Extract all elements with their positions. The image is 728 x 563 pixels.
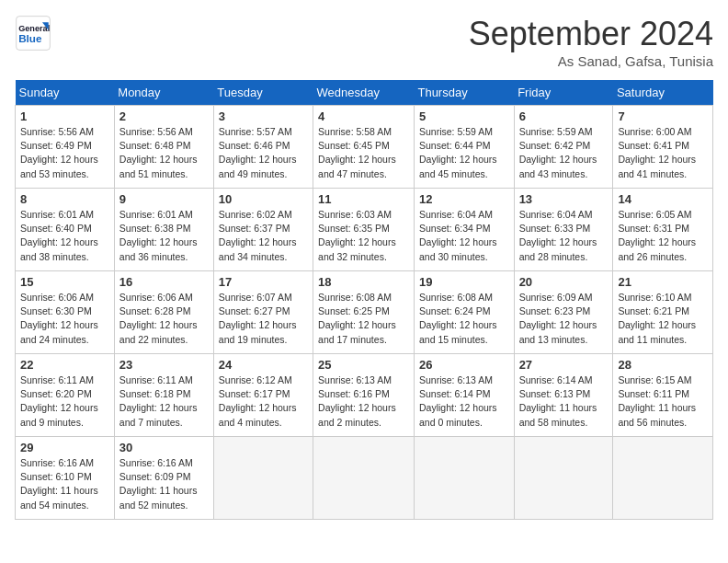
calendar-cell: 11Sunrise: 6:03 AMSunset: 6:35 PMDayligh… bbox=[313, 189, 415, 271]
calendar-cell: 13Sunrise: 6:04 AMSunset: 6:33 PMDayligh… bbox=[514, 189, 613, 271]
day-detail: Sunrise: 6:10 AMSunset: 6:21 PMDaylight:… bbox=[618, 291, 708, 347]
calendar-cell: 2Sunrise: 5:56 AMSunset: 6:48 PMDaylight… bbox=[114, 106, 213, 189]
weekday-header-sunday: Sunday bbox=[16, 80, 115, 106]
day-detail: Sunrise: 6:13 AMSunset: 6:16 PMDaylight:… bbox=[318, 373, 409, 430]
calendar-cell: 9Sunrise: 6:01 AMSunset: 6:38 PMDaylight… bbox=[114, 189, 213, 271]
day-number: 14 bbox=[618, 192, 708, 206]
day-number: 1 bbox=[20, 109, 109, 123]
day-number: 26 bbox=[419, 358, 509, 372]
day-number: 20 bbox=[519, 275, 609, 289]
day-number: 18 bbox=[318, 275, 409, 289]
day-detail: Sunrise: 6:11 AMSunset: 6:20 PMDaylight:… bbox=[20, 373, 109, 430]
day-detail: Sunrise: 6:16 AMSunset: 6:10 PMDaylight:… bbox=[20, 456, 109, 512]
day-number: 16 bbox=[119, 275, 209, 289]
calendar-week-5: 29Sunrise: 6:16 AMSunset: 6:10 PMDayligh… bbox=[16, 437, 713, 520]
day-detail: Sunrise: 6:12 AMSunset: 6:17 PMDaylight:… bbox=[219, 373, 308, 430]
day-detail: Sunrise: 5:59 AMSunset: 6:42 PMDaylight:… bbox=[519, 125, 609, 181]
day-detail: Sunrise: 6:04 AMSunset: 6:34 PMDaylight:… bbox=[419, 208, 509, 264]
calendar-cell: 8Sunrise: 6:01 AMSunset: 6:40 PMDaylight… bbox=[16, 189, 115, 271]
calendar-cell: 16Sunrise: 6:06 AMSunset: 6:28 PMDayligh… bbox=[114, 271, 213, 354]
day-number: 29 bbox=[20, 441, 109, 454]
calendar-cell: 7Sunrise: 6:00 AMSunset: 6:41 PMDaylight… bbox=[613, 106, 713, 189]
calendar-cell: 21Sunrise: 6:10 AMSunset: 6:21 PMDayligh… bbox=[613, 271, 713, 354]
calendar-cell: 22Sunrise: 6:11 AMSunset: 6:20 PMDayligh… bbox=[16, 354, 115, 437]
day-number: 27 bbox=[519, 358, 609, 372]
day-detail: Sunrise: 5:58 AMSunset: 6:45 PMDaylight:… bbox=[318, 125, 409, 181]
day-number: 28 bbox=[618, 358, 708, 372]
day-detail: Sunrise: 6:06 AMSunset: 6:30 PMDaylight:… bbox=[20, 291, 109, 347]
day-detail: Sunrise: 5:56 AMSunset: 6:48 PMDaylight:… bbox=[119, 125, 209, 181]
calendar-cell bbox=[613, 437, 713, 520]
calendar-cell: 30Sunrise: 6:16 AMSunset: 6:09 PMDayligh… bbox=[114, 437, 213, 520]
day-number: 19 bbox=[419, 275, 509, 289]
day-number: 30 bbox=[119, 441, 209, 454]
calendar-cell: 10Sunrise: 6:02 AMSunset: 6:37 PMDayligh… bbox=[213, 189, 313, 271]
calendar-cell: 15Sunrise: 6:06 AMSunset: 6:30 PMDayligh… bbox=[16, 271, 115, 354]
calendar-cell bbox=[313, 437, 415, 520]
day-number: 7 bbox=[618, 109, 708, 123]
day-number: 13 bbox=[519, 192, 609, 206]
day-detail: Sunrise: 6:04 AMSunset: 6:33 PMDaylight:… bbox=[519, 208, 609, 264]
calendar-cell: 1Sunrise: 5:56 AMSunset: 6:49 PMDaylight… bbox=[16, 106, 115, 189]
logo-icon: General Blue bbox=[15, 15, 51, 52]
calendar-header: SundayMondayTuesdayWednesdayThursdayFrid… bbox=[16, 80, 713, 106]
day-number: 8 bbox=[20, 192, 109, 206]
day-detail: Sunrise: 5:59 AMSunset: 6:44 PMDaylight:… bbox=[419, 125, 509, 181]
weekday-header-monday: Monday bbox=[114, 80, 213, 106]
weekday-header-saturday: Saturday bbox=[613, 80, 713, 106]
day-detail: Sunrise: 6:00 AMSunset: 6:41 PMDaylight:… bbox=[618, 125, 708, 181]
calendar-cell: 26Sunrise: 6:13 AMSunset: 6:14 PMDayligh… bbox=[414, 354, 514, 437]
calendar-cell bbox=[213, 437, 313, 520]
calendar-cell: 17Sunrise: 6:07 AMSunset: 6:27 PMDayligh… bbox=[213, 271, 313, 354]
calendar-cell: 20Sunrise: 6:09 AMSunset: 6:23 PMDayligh… bbox=[514, 271, 613, 354]
calendar-cell: 29Sunrise: 6:16 AMSunset: 6:10 PMDayligh… bbox=[16, 437, 115, 520]
day-detail: Sunrise: 6:13 AMSunset: 6:14 PMDaylight:… bbox=[419, 373, 509, 430]
day-detail: Sunrise: 5:56 AMSunset: 6:49 PMDaylight:… bbox=[20, 125, 109, 181]
day-detail: Sunrise: 6:01 AMSunset: 6:40 PMDaylight:… bbox=[20, 208, 109, 264]
day-number: 11 bbox=[318, 192, 409, 206]
calendar-cell: 24Sunrise: 6:12 AMSunset: 6:17 PMDayligh… bbox=[213, 354, 313, 437]
day-number: 17 bbox=[219, 275, 308, 289]
day-detail: Sunrise: 6:03 AMSunset: 6:35 PMDaylight:… bbox=[318, 208, 409, 264]
weekday-header-wednesday: Wednesday bbox=[313, 80, 415, 106]
day-number: 12 bbox=[419, 192, 509, 206]
weekday-header-tuesday: Tuesday bbox=[213, 80, 313, 106]
day-detail: Sunrise: 6:06 AMSunset: 6:28 PMDaylight:… bbox=[119, 291, 209, 347]
day-detail: Sunrise: 6:02 AMSunset: 6:37 PMDaylight:… bbox=[219, 208, 308, 264]
weekday-header-thursday: Thursday bbox=[414, 80, 514, 106]
month-year: September 2024 bbox=[469, 15, 713, 53]
day-number: 23 bbox=[119, 358, 209, 372]
day-number: 6 bbox=[519, 109, 609, 123]
day-detail: Sunrise: 6:08 AMSunset: 6:24 PMDaylight:… bbox=[419, 291, 509, 347]
calendar-table: SundayMondayTuesdayWednesdayThursdayFrid… bbox=[15, 80, 713, 520]
day-detail: Sunrise: 6:15 AMSunset: 6:11 PMDaylight:… bbox=[618, 373, 708, 430]
day-number: 21 bbox=[618, 275, 708, 289]
day-detail: Sunrise: 6:11 AMSunset: 6:18 PMDaylight:… bbox=[119, 373, 209, 430]
location: As Sanad, Gafsa, Tunisia bbox=[469, 53, 713, 69]
calendar-week-4: 22Sunrise: 6:11 AMSunset: 6:20 PMDayligh… bbox=[16, 354, 713, 437]
calendar-cell bbox=[414, 437, 514, 520]
calendar-cell: 3Sunrise: 5:57 AMSunset: 6:46 PMDaylight… bbox=[213, 106, 313, 189]
day-number: 25 bbox=[318, 358, 409, 372]
day-number: 4 bbox=[318, 109, 409, 123]
day-detail: Sunrise: 6:16 AMSunset: 6:09 PMDaylight:… bbox=[119, 456, 209, 512]
calendar-cell: 4Sunrise: 5:58 AMSunset: 6:45 PMDaylight… bbox=[313, 106, 415, 189]
day-number: 22 bbox=[20, 358, 109, 372]
day-number: 3 bbox=[219, 109, 308, 123]
title-block: September 2024 As Sanad, Gafsa, Tunisia bbox=[469, 15, 713, 69]
calendar-week-2: 8Sunrise: 6:01 AMSunset: 6:40 PMDaylight… bbox=[16, 189, 713, 271]
calendar-cell: 25Sunrise: 6:13 AMSunset: 6:16 PMDayligh… bbox=[313, 354, 415, 437]
calendar-cell: 5Sunrise: 5:59 AMSunset: 6:44 PMDaylight… bbox=[414, 106, 514, 189]
calendar-cell: 12Sunrise: 6:04 AMSunset: 6:34 PMDayligh… bbox=[414, 189, 514, 271]
day-number: 9 bbox=[119, 192, 209, 206]
logo: General Blue bbox=[15, 15, 55, 52]
page-header: General Blue September 2024 As Sanad, Ga… bbox=[15, 15, 713, 69]
calendar-cell: 18Sunrise: 6:08 AMSunset: 6:25 PMDayligh… bbox=[313, 271, 415, 354]
calendar-cell: 14Sunrise: 6:05 AMSunset: 6:31 PMDayligh… bbox=[613, 189, 713, 271]
day-detail: Sunrise: 6:14 AMSunset: 6:13 PMDaylight:… bbox=[519, 373, 609, 430]
day-detail: Sunrise: 6:01 AMSunset: 6:38 PMDaylight:… bbox=[119, 208, 209, 264]
calendar-cell: 23Sunrise: 6:11 AMSunset: 6:18 PMDayligh… bbox=[114, 354, 213, 437]
calendar-cell: 27Sunrise: 6:14 AMSunset: 6:13 PMDayligh… bbox=[514, 354, 613, 437]
day-detail: Sunrise: 6:05 AMSunset: 6:31 PMDaylight:… bbox=[618, 208, 708, 264]
calendar-week-3: 15Sunrise: 6:06 AMSunset: 6:30 PMDayligh… bbox=[16, 271, 713, 354]
